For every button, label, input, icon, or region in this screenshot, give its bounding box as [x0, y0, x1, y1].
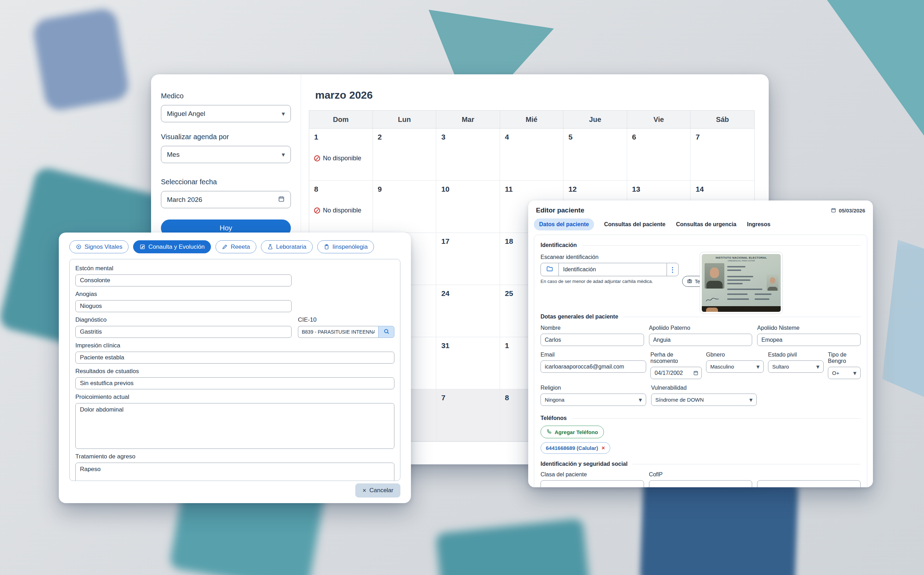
patient-class-input[interactable]	[540, 480, 644, 487]
phones-section-label: Teléfonos	[540, 415, 567, 421]
kebab-menu-button[interactable]: ⋮	[667, 263, 678, 276]
calendar-day-number: 9	[378, 185, 436, 194]
editor-tab-1[interactable]: Consultas del paciente	[603, 218, 666, 230]
calendar-cell[interactable]: 31	[436, 337, 500, 389]
study-results-input[interactable]	[75, 377, 395, 389]
calendar-cell[interactable]: 5	[563, 129, 627, 181]
date-picker-input[interactable]: March 2026	[161, 191, 291, 208]
discharge-treatment-label: Tratamiento de agreso	[75, 453, 395, 460]
discharge-treatment-textarea[interactable]: Rapeso	[75, 462, 395, 481]
browse-file-button[interactable]	[540, 263, 559, 276]
bg-navy-square	[640, 478, 798, 575]
bg-teal-square-bottom-right	[436, 518, 593, 575]
calendar-day-number: 7	[441, 394, 500, 402]
calendar-cell[interactable]: 4	[500, 129, 564, 181]
id-card-photo	[705, 263, 724, 289]
cancel-button-label: Cancelar	[369, 487, 393, 494]
consult-tab-pencil[interactable]: Reeeta	[216, 240, 256, 253]
cie10-search-button[interactable]	[378, 326, 395, 338]
calendar-week-row: 1No disponible234567	[309, 129, 754, 181]
mental-state-label: Estcón mental	[75, 265, 395, 272]
view-by-select[interactable]: Mes ▾	[161, 146, 291, 163]
consult-tab-flask[interactable]: Leborataria	[261, 240, 313, 253]
consult-tab-vitals[interactable]: Signos Vitales	[70, 240, 128, 253]
phone-chip[interactable]: 6441668689 (Calular) ×	[540, 442, 610, 454]
calendar-cell[interactable]: 7	[691, 129, 754, 181]
add-phone-button[interactable]: Agregar Teléfono	[540, 426, 604, 438]
calendar-day-number: 31	[441, 342, 500, 350]
patient-editor-body: Identificación Escanear identificación ⋮…	[534, 235, 867, 487]
religion-select[interactable]: Ningona ▾	[540, 394, 646, 406]
vulnerability-select[interactable]: Síndrome de DOWN ▾	[651, 394, 757, 406]
close-icon: ×	[362, 487, 366, 494]
calendar-cell[interactable]: 9	[373, 181, 437, 233]
phone-chip-label: 6441668689 (Calular)	[546, 445, 598, 451]
diagnosis-input[interactable]	[75, 326, 292, 338]
extra-social-input[interactable]	[757, 480, 861, 487]
consultation-window: Signos VitalesConaulta y EvoluciónReeeta…	[59, 232, 411, 503]
bg-teal-corner	[817, 0, 924, 176]
allergies-label: Anogias	[75, 291, 395, 298]
cancel-button[interactable]: × Cancelar	[355, 483, 400, 497]
chevron-down-icon: ▾	[282, 110, 285, 118]
calendar-cell[interactable]: 24	[436, 285, 500, 337]
unavailable-icon	[314, 208, 320, 213]
doctor-select[interactable]: Miguel Angel ▾	[161, 105, 291, 122]
folder-icon	[546, 265, 553, 274]
consult-tab-edit[interactable]: Conaulta y Evolución	[133, 240, 211, 253]
consult-tab-label: Leborataria	[276, 243, 306, 251]
mental-state-input[interactable]	[75, 275, 292, 286]
allergies-input[interactable]	[75, 300, 292, 312]
name-label: Nombre	[540, 325, 644, 331]
consult-tab-clipboard[interactable]: Iinspenólegia	[317, 240, 374, 253]
calendar-cell[interactable]: 6	[627, 129, 691, 181]
pencil-icon	[222, 244, 228, 250]
editor-tab-0[interactable]: Datos del paciente	[534, 218, 594, 230]
chevron-down-icon: ▾	[853, 369, 856, 377]
view-by-select-value: Mes	[167, 151, 282, 159]
id-card-preview[interactable]: INSTITUTO NACIONAL ELECTORAL CREDENCIAL …	[700, 252, 783, 314]
edit-icon	[139, 244, 146, 250]
paternal-surname-input[interactable]	[649, 334, 753, 346]
vulnerability-label: Vulnerabilidad	[651, 385, 757, 391]
calendar-day-header: Sáb	[691, 111, 754, 128]
clinical-impression-input[interactable]	[75, 352, 395, 364]
select-date-label: Seleccionar fecha	[161, 178, 291, 186]
calendar-cell[interactable]: 1No disponible	[309, 129, 373, 181]
camera-icon	[687, 278, 692, 285]
chevron-down-icon: ▾	[282, 151, 285, 159]
calendar-cell[interactable]: 7	[436, 389, 500, 442]
doctor-select-value: Miguel Angel	[167, 110, 282, 118]
editor-tab-2[interactable]: Consultas de urgencia	[675, 218, 737, 230]
calendar-cell[interactable]: 3	[436, 129, 500, 181]
maternal-surname-input[interactable]	[757, 334, 861, 346]
calendar-cell[interactable]: 8No disponible	[309, 181, 373, 233]
name-input[interactable]	[540, 334, 644, 346]
email-input[interactable]	[540, 361, 646, 373]
consultation-form: Estcón mental Anogias Diagnóstico CIE-10	[70, 259, 400, 481]
blood-type-label: Tipo de Bengro	[828, 352, 861, 364]
clipboard-icon	[323, 244, 330, 250]
blood-type-select[interactable]: O+ ▾	[828, 367, 861, 379]
calendar-cell[interactable]: 17	[436, 233, 500, 285]
cie10-input[interactable]	[298, 326, 378, 338]
editor-tab-3[interactable]: Ingresos	[746, 218, 771, 230]
scan-id-input[interactable]	[559, 263, 667, 276]
bg-lightblue-polygon	[882, 240, 924, 402]
gender-select[interactable]: Masculino ▾	[706, 361, 764, 373]
calendar-day-number: 14	[696, 185, 754, 194]
vitals-icon	[76, 244, 82, 250]
unavailable-label: No disponible	[323, 155, 361, 162]
marital-status-select[interactable]: Sultaro ▾	[768, 361, 824, 373]
calendar-day-number: 13	[632, 185, 691, 194]
calendar-day-number: 12	[568, 185, 627, 194]
calendar-cell[interactable]: 10	[436, 181, 500, 233]
current-condition-textarea[interactable]: Dolor abdominal	[75, 403, 395, 449]
study-results-label: Resultados de cstuatlos	[75, 368, 395, 375]
section-divider	[632, 464, 861, 464]
calendar-day-header: Vie	[627, 111, 691, 128]
curp-input[interactable]	[649, 480, 753, 487]
remove-phone-icon[interactable]: ×	[601, 445, 605, 451]
calendar-day-number: 6	[632, 133, 691, 141]
calendar-cell[interactable]: 2	[373, 129, 437, 181]
